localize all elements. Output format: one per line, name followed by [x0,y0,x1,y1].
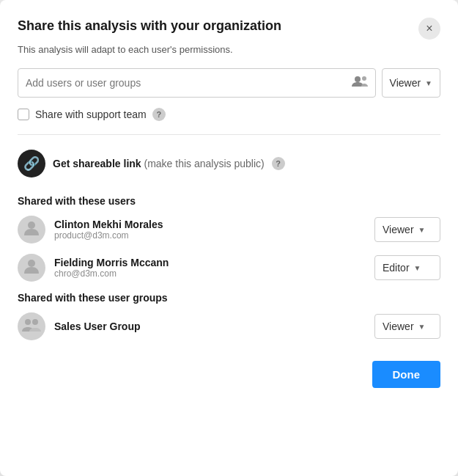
add-users-row: Viewer ▼ [18,68,440,98]
user-role-dropdown-1[interactable]: Editor ▼ [374,255,440,280]
svg-point-0 [355,76,361,82]
role-dropdown-label: Viewer [390,77,421,89]
svg-point-3 [28,260,35,267]
close-button[interactable]: × [418,18,440,40]
user-role-arrow-1: ▼ [414,264,421,272]
shareable-link-text: Get shareable link (make this analysis p… [53,158,265,169]
user-role-label-0: Viewer [383,224,414,235]
role-dropdown-add[interactable]: Viewer ▼ [382,68,440,98]
user-role-arrow-0: ▼ [418,226,426,234]
modal-header: Share this analysis with your organizati… [18,18,440,40]
user-info: Fielding Morris Mccann chro@d3m.com [54,257,366,279]
avatar [18,216,45,244]
user-email: chro@d3m.com [54,268,366,279]
svg-point-4 [25,319,31,325]
add-users-input[interactable] [26,77,347,89]
svg-point-2 [28,221,35,229]
group-name: Sales User Group [54,321,366,332]
link-icon: 🔗 [23,155,40,172]
group-row: Sales User Group Viewer ▼ [18,312,440,340]
user-name: Fielding Morris Mccann [54,257,366,268]
group-role-dropdown-0[interactable]: Viewer ▼ [374,314,440,339]
user-row: Clinton Mekhi Morales product@d3m.com Vi… [18,216,440,244]
footer-row: Done [18,361,440,388]
users-icon [352,76,368,91]
share-support-row: Share with support team ? [18,108,440,121]
group-role-arrow-0: ▼ [418,323,426,331]
shared-users-title: Shared with these users [18,195,440,207]
share-support-help-icon[interactable]: ? [152,108,166,121]
role-dropdown-arrow: ▼ [425,79,432,87]
group-role-label-0: Viewer [383,321,414,332]
share-modal: Share this analysis with your organizati… [0,0,458,476]
group-icon [22,317,41,337]
shareable-link-help-icon[interactable]: ? [272,157,285,170]
person-icon [23,219,40,241]
section-divider [18,134,440,135]
user-email: product@d3m.com [54,230,366,241]
done-button[interactable]: Done [372,361,441,388]
share-support-label: Share with support team [35,109,147,120]
group-avatar [18,312,45,340]
add-users-input-wrap[interactable] [18,68,376,98]
modal-title: Share this analysis with your organizati… [18,18,281,34]
person-icon [23,257,40,279]
shareable-link-muted-text: (make this analysis public) [144,158,265,169]
avatar [18,254,45,282]
group-info: Sales User Group [54,321,366,332]
svg-point-5 [32,319,38,325]
user-name: Clinton Mekhi Morales [54,219,366,230]
modal-subtitle: This analysis will adapt to each user's … [18,44,440,55]
user-role-label-1: Editor [383,262,410,274]
shared-groups-title: Shared with these user groups [18,292,440,304]
user-row: Fielding Morris Mccann chro@d3m.com Edit… [18,254,440,282]
user-info: Clinton Mekhi Morales product@d3m.com [54,219,366,241]
link-icon-circle[interactable]: 🔗 [18,150,45,177]
shareable-link-row: 🔗 Get shareable link (make this analysis… [18,150,440,177]
svg-point-1 [362,76,366,81]
shareable-link-bold: Get shareable link [53,158,141,169]
user-role-dropdown-0[interactable]: Viewer ▼ [374,217,440,242]
share-support-checkbox[interactable] [18,109,29,120]
